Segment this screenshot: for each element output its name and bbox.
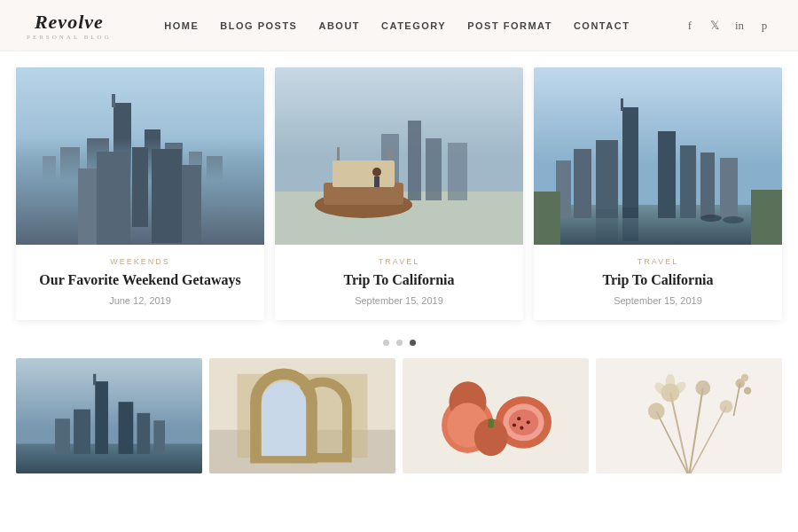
card-category-3: TRAVEL (548, 257, 768, 266)
svg-rect-33 (680, 145, 696, 218)
dot-1[interactable] (383, 340, 389, 346)
logo-tagline: PERSONAL BLOG (27, 34, 112, 41)
svg-point-39 (700, 215, 722, 222)
svg-rect-5 (60, 147, 80, 209)
svg-rect-4 (87, 138, 109, 209)
svg-rect-51 (153, 420, 165, 454)
svg-point-65 (527, 420, 530, 424)
card-content-2: TRAVEL Trip To California September 15, … (275, 245, 523, 320)
card-content-3: TRAVEL Trip To California September 15, … (534, 245, 782, 320)
card-title-2: Trip To California (289, 271, 509, 290)
svg-rect-12 (87, 207, 109, 240)
logo[interactable]: Revolve PERSONAL BLOG (27, 11, 112, 41)
svg-rect-10 (207, 156, 223, 209)
svg-point-63 (509, 409, 539, 434)
featured-posts: WEEKENDS Our Favorite Weekend Getaways J… (0, 51, 798, 331)
card-img-bg-2 (275, 67, 523, 245)
svg-rect-57 (403, 358, 589, 473)
svg-point-83 (744, 387, 751, 394)
svg-point-24 (372, 168, 381, 176)
card-content-1: WEEKENDS Our Favorite Weekend Getaways J… (16, 245, 264, 320)
svg-rect-2 (113, 103, 131, 209)
svg-rect-47 (74, 409, 90, 453)
svg-rect-32 (658, 131, 676, 218)
card-title-3: Trip To California (548, 271, 768, 290)
grid-item-3[interactable] (403, 358, 589, 473)
svg-rect-46 (93, 374, 96, 386)
svg-rect-11 (113, 205, 131, 240)
svg-point-79 (666, 374, 676, 389)
card-image-3 (534, 67, 782, 245)
svg-rect-1 (16, 200, 264, 245)
nav-blog-posts[interactable]: BLOG POSTS (220, 20, 297, 31)
linkedin-icon[interactable]: in (732, 19, 747, 33)
svg-rect-6 (145, 129, 160, 209)
logo-name: Revolve (35, 11, 104, 34)
site-header: Revolve PERSONAL BLOG HOME BLOG POSTS AB… (0, 0, 798, 51)
svg-point-77 (720, 400, 733, 413)
svg-rect-3 (112, 94, 115, 107)
svg-point-84 (741, 374, 748, 381)
card-image-2 (275, 67, 523, 245)
grid-item-2[interactable] (209, 358, 395, 473)
slider-dots (0, 331, 798, 358)
post-card-1[interactable]: WEEKENDS Our Favorite Weekend Getaways J… (16, 67, 264, 320)
svg-rect-0 (16, 67, 264, 245)
nav-post-format[interactable]: POST FORMAT (467, 20, 552, 31)
svg-rect-50 (137, 413, 151, 454)
image-grid (0, 358, 798, 473)
svg-rect-45 (95, 381, 108, 454)
card-category-1: WEEKENDS (30, 257, 250, 266)
post-card-3[interactable]: TRAVEL Trip To California September 15, … (534, 67, 782, 320)
svg-rect-48 (55, 419, 70, 454)
social-links: f 𝕏 in p (683, 19, 771, 33)
svg-rect-18 (448, 143, 467, 200)
card-img-bg-3 (534, 67, 782, 245)
svg-rect-69 (489, 419, 494, 428)
cards-row: WEEKENDS Our Favorite Weekend Getaways J… (16, 67, 782, 320)
twitter-icon[interactable]: 𝕏 (708, 19, 722, 33)
svg-point-67 (512, 423, 516, 426)
post-card-2[interactable]: TRAVEL Trip To California September 15, … (275, 67, 523, 320)
svg-point-66 (520, 426, 523, 429)
svg-rect-30 (596, 140, 618, 218)
svg-rect-7 (165, 143, 183, 209)
card-image-1 (16, 67, 264, 245)
facebook-icon[interactable]: f (683, 19, 697, 33)
nav-home[interactable]: HOME (164, 20, 199, 31)
card-date-2: September 15, 2019 (289, 295, 509, 306)
svg-rect-37 (534, 192, 560, 245)
svg-rect-49 (119, 402, 134, 454)
dot-3[interactable] (410, 340, 416, 346)
svg-rect-8 (189, 152, 202, 209)
svg-rect-29 (621, 98, 623, 111)
card-date-1: June 12, 2019 (30, 295, 250, 306)
svg-rect-17 (426, 138, 442, 200)
svg-rect-31 (574, 149, 591, 218)
svg-rect-34 (700, 153, 715, 218)
nav-about[interactable]: ABOUT (318, 20, 360, 31)
svg-rect-42 (596, 209, 618, 241)
card-title-1: Our Favorite Weekend Getaways (30, 271, 250, 290)
pinterest-icon[interactable]: p (757, 19, 771, 33)
card-date-3: September 15, 2019 (548, 295, 768, 306)
svg-point-76 (695, 380, 710, 395)
grid-item-1[interactable] (16, 358, 202, 473)
nav-category[interactable]: CATEGORY (381, 20, 446, 31)
grid-item-4[interactable] (596, 358, 782, 473)
svg-point-40 (723, 216, 744, 223)
card-category-2: TRAVEL (289, 257, 509, 266)
svg-rect-22 (337, 147, 340, 160)
dot-2[interactable] (396, 340, 403, 346)
main-nav: HOME BLOG POSTS ABOUT CATEGORY POST FORM… (164, 20, 630, 31)
svg-rect-15 (408, 121, 421, 200)
svg-rect-21 (332, 160, 395, 187)
svg-rect-41 (622, 207, 638, 241)
svg-rect-23 (388, 147, 391, 160)
nav-contact[interactable]: CONTACT (574, 20, 630, 31)
svg-rect-70 (596, 358, 782, 473)
card-img-bg-1 (16, 67, 264, 245)
svg-point-78 (648, 403, 665, 419)
svg-rect-35 (720, 158, 738, 218)
svg-point-64 (517, 417, 520, 420)
